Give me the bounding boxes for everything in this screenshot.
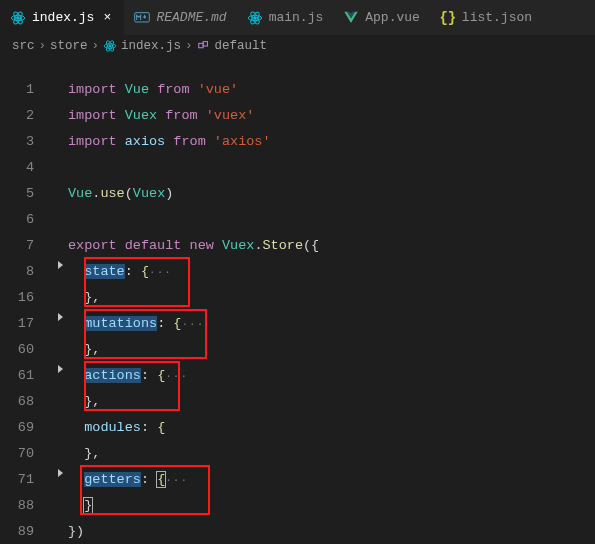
line-number: 60: [0, 337, 52, 363]
line-number: 5: [0, 181, 52, 207]
code-line[interactable]: 68 },: [0, 389, 595, 415]
code-line[interactable]: 60 },: [0, 337, 595, 363]
code-line[interactable]: 1import Vue from 'vue': [0, 77, 595, 103]
code-line[interactable]: 8 state: {···: [0, 259, 595, 285]
svg-rect-13: [198, 43, 202, 47]
line-number: 89: [0, 519, 52, 544]
code-content[interactable]: export default new Vuex.Store({: [68, 233, 319, 259]
fold-toggle[interactable]: [52, 363, 68, 375]
line-number: 70: [0, 441, 52, 467]
code-content[interactable]: },: [68, 389, 100, 415]
code-line[interactable]: 6: [0, 207, 595, 233]
chevron-right-icon: ›: [39, 39, 47, 53]
fold-toggle[interactable]: [52, 467, 68, 479]
code-content[interactable]: import Vue from 'vue': [68, 77, 238, 103]
breadcrumb-item[interactable]: src: [12, 39, 35, 53]
code-line[interactable]: 3import axios from 'axios': [0, 129, 595, 155]
code-line[interactable]: 69 modules: {: [0, 415, 595, 441]
tab-label: README.md: [156, 10, 226, 25]
fold-toggle[interactable]: [52, 259, 68, 271]
code-content[interactable]: }: [68, 493, 92, 519]
code-content[interactable]: state: {···: [68, 259, 172, 285]
tab-label: index.js: [32, 10, 94, 25]
line-number: 71: [0, 467, 52, 493]
line-number: 1: [0, 77, 52, 103]
code-line[interactable]: 7export default new Vuex.Store({: [0, 233, 595, 259]
code-line[interactable]: 89}): [0, 519, 595, 544]
code-content[interactable]: }): [68, 519, 84, 544]
breadcrumb-label: index.js: [121, 39, 181, 53]
code-content[interactable]: },: [68, 337, 100, 363]
fold-toggle[interactable]: [52, 311, 68, 323]
tab-index-js[interactable]: index.js ×: [0, 0, 124, 35]
tab-readme[interactable]: README.md: [124, 0, 236, 35]
code-content[interactable]: },: [68, 285, 100, 311]
code-line[interactable]: 4: [0, 155, 595, 181]
close-icon[interactable]: ×: [100, 11, 114, 25]
line-number: 4: [0, 155, 52, 181]
code-content[interactable]: import axios from 'axios': [68, 129, 271, 155]
tab-app-vue[interactable]: App.vue: [333, 0, 430, 35]
line-number: 61: [0, 363, 52, 389]
code-content[interactable]: Vue.use(Vuex): [68, 181, 173, 207]
line-number: 69: [0, 415, 52, 441]
tab-bar: index.js × README.md main.js App.vue {} …: [0, 0, 595, 35]
code-content[interactable]: mutations: {···: [68, 311, 204, 337]
tab-label: list.json: [462, 10, 532, 25]
breadcrumb-item[interactable]: index.js: [103, 39, 181, 53]
line-number: 17: [0, 311, 52, 337]
markdown-icon: [134, 10, 150, 26]
line-number: 6: [0, 207, 52, 233]
breadcrumb-label: default: [215, 39, 268, 53]
line-number: 8: [0, 259, 52, 285]
code-content[interactable]: getters: {···: [68, 467, 188, 493]
code-line[interactable]: 5Vue.use(Vuex): [0, 181, 595, 207]
tab-main-js[interactable]: main.js: [237, 0, 334, 35]
svg-point-9: [109, 45, 111, 47]
code-line[interactable]: 17 mutations: {···: [0, 311, 595, 337]
code-line[interactable]: 16 },: [0, 285, 595, 311]
code-line[interactable]: 2import Vuex from 'vuex': [0, 103, 595, 129]
code-content[interactable]: actions: {···: [68, 363, 188, 389]
code-line[interactable]: 71 getters: {···: [0, 467, 595, 493]
line-number: 68: [0, 389, 52, 415]
code-line[interactable]: 70 },: [0, 441, 595, 467]
tab-list-json[interactable]: {} list.json: [430, 0, 542, 35]
breadcrumb-item[interactable]: store: [50, 39, 88, 53]
line-number: 2: [0, 103, 52, 129]
react-icon: [247, 10, 263, 26]
code-content[interactable]: },: [68, 441, 100, 467]
svg-point-0: [17, 16, 20, 19]
chevron-right-icon: ›: [92, 39, 100, 53]
code-line[interactable]: 61 actions: {···: [0, 363, 595, 389]
line-number: 88: [0, 493, 52, 519]
svg-rect-14: [203, 42, 207, 46]
code-content[interactable]: import Vuex from 'vuex': [68, 103, 254, 129]
code-line[interactable]: 88 }: [0, 493, 595, 519]
line-number: 16: [0, 285, 52, 311]
svg-point-5: [253, 16, 256, 19]
tab-label: App.vue: [365, 10, 420, 25]
breadcrumb: src › store › index.js › default: [0, 35, 595, 57]
line-number: 3: [0, 129, 52, 155]
vue-icon: [343, 10, 359, 26]
code-content[interactable]: modules: {: [68, 415, 165, 441]
tab-label: main.js: [269, 10, 324, 25]
chevron-right-icon: ›: [185, 39, 193, 53]
breadcrumb-item[interactable]: default: [197, 39, 268, 53]
json-icon: {}: [440, 10, 456, 26]
line-number: 7: [0, 233, 52, 259]
react-icon: [10, 10, 26, 26]
code-editor[interactable]: 1import Vue from 'vue'2import Vuex from …: [0, 57, 595, 544]
